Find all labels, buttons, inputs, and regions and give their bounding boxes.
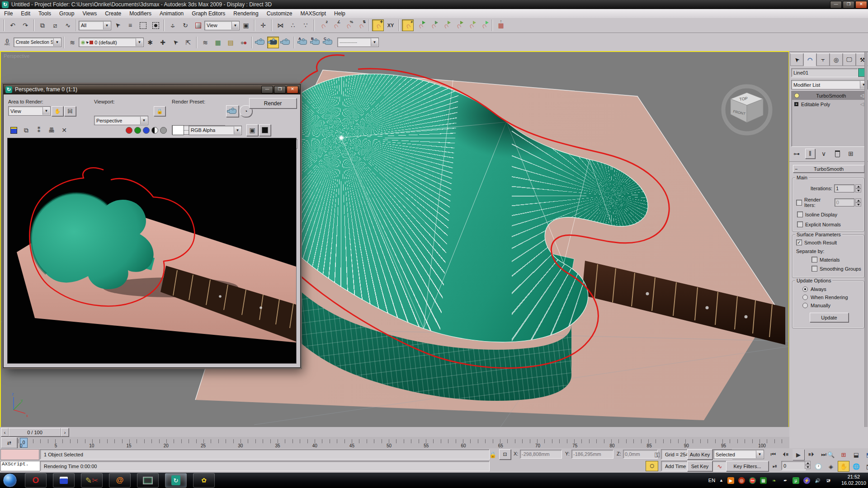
key-filters-button[interactable]: Key Filters... <box>726 461 769 471</box>
render-iters-checkbox[interactable] <box>796 200 802 206</box>
render-close-button[interactable]: ✕ <box>287 86 298 94</box>
key-step-toggle[interactable]: ⏯ <box>769 461 781 472</box>
chevron-down-icon[interactable]: ▼ <box>136 38 143 46</box>
menu-create[interactable]: Create <box>101 9 125 18</box>
time-configuration-button[interactable]: 🕐 <box>812 461 824 472</box>
tray-feather-icon[interactable]: ✒ <box>782 477 788 484</box>
lightbulb-icon[interactable] <box>794 93 799 98</box>
mirror-button[interactable]: ⋈ <box>274 19 286 31</box>
spinner-snap-toggle-button[interactable]: ∩⇅ <box>355 19 367 31</box>
next-key-button[interactable]: ⏸⏵ <box>805 449 817 460</box>
taskbar-3dsmax[interactable]: ↻ <box>165 473 187 488</box>
modifier-list-dropdown[interactable]: Modifier List▼ <box>791 80 868 89</box>
snaps-toggle-button[interactable]: ∩2 <box>317 19 329 31</box>
schematic-view-open-button[interactable]: ▦ <box>212 37 224 48</box>
chevron-down-icon[interactable]: ▼ <box>140 117 147 124</box>
select-and-manipulate-button[interactable]: ✛ <box>257 19 269 31</box>
zoom-extents-all-button[interactable]: ⬒ <box>863 449 868 460</box>
green-channel-toggle[interactable] <box>134 127 141 134</box>
tab-display[interactable]: 🖵 <box>843 53 856 66</box>
previous-frame-arrow[interactable]: ‹ <box>1 428 9 436</box>
clear-image-button[interactable]: ✕ <box>58 124 70 136</box>
time-tag-icon[interactable]: ⬡ <box>646 461 658 471</box>
layer-manager-shortcut-button[interactable]: ∵ <box>300 19 311 31</box>
track-bar[interactable]: ⇄ 0 051015202530354045505560657075808590… <box>0 437 789 449</box>
render-window-titlebar[interactable]: ↻ Perspective, frame 0 (1:1) — ❒ ✕ <box>4 84 300 94</box>
percent-snap-toggle-button[interactable]: ∩% <box>342 19 354 31</box>
tray-grid-app-icon[interactable]: ▦ <box>760 477 767 484</box>
maxscript-mini-listener[interactable]: AXScript. <box>0 461 40 471</box>
materials-checkbox[interactable] <box>811 257 817 263</box>
chevron-down-icon[interactable]: ▼ <box>42 107 50 115</box>
go-to-start-button[interactable]: ⏮ <box>767 449 779 460</box>
red-channel-toggle[interactable] <box>126 127 132 134</box>
render-preset-b-button[interactable]: B <box>310 37 321 48</box>
monochrome-toggle[interactable] <box>151 127 158 134</box>
viewport-label[interactable]: Perspective <box>4 53 29 59</box>
render-viewport-dropdown[interactable]: Perspective▼ <box>94 116 148 125</box>
snap-xy-axis-button[interactable]: XY <box>385 19 396 31</box>
play-button[interactable]: ▶ <box>793 449 804 460</box>
area-to-render-dropdown[interactable]: View▼ <box>8 106 51 116</box>
listener-macro-line[interactable] <box>0 449 39 460</box>
tab-motion[interactable]: ◎ <box>830 53 843 66</box>
tab-create[interactable]: ➤ <box>790 53 803 66</box>
tray-thunder-icon[interactable]: ⚡ <box>803 477 810 484</box>
chevron-down-icon[interactable]: ▼ <box>53 38 61 46</box>
menu-edit[interactable]: Edit <box>17 9 34 18</box>
iterations-field[interactable]: 1 <box>834 184 854 192</box>
explicit-normals-checkbox[interactable] <box>797 221 803 227</box>
rendered-frame-window-button[interactable] <box>267 37 279 48</box>
zoom-button[interactable]: 🔍 <box>825 449 837 460</box>
edit-region-button[interactable]: ✋ <box>52 106 63 116</box>
menu-graph-editors[interactable]: Graph Editors <box>188 9 229 18</box>
render-preset-a-button[interactable]: A <box>297 37 309 48</box>
snaps-use-axis-constraints-toggle[interactable]: ∩✛ <box>372 19 384 31</box>
menu-file[interactable]: File <box>0 9 17 18</box>
object-name-field[interactable]: Line01 <box>791 68 858 77</box>
blue-channel-toggle[interactable] <box>143 127 150 134</box>
snap-to-grid-points-toggle[interactable]: ∩# <box>402 19 414 31</box>
layer-b-button[interactable] <box>259 124 271 136</box>
set-key-button[interactable]: Set Key <box>687 461 712 471</box>
x-coordinate-field[interactable]: -298,808mm <box>520 450 562 459</box>
iterations-spinner[interactable] <box>855 184 861 192</box>
render-iters-field[interactable]: 0 <box>835 198 854 206</box>
taskbar-opera[interactable]: O <box>25 473 47 488</box>
smooth-result-checkbox[interactable]: ✓ <box>796 239 802 245</box>
select-and-link-button[interactable]: ⧉ <box>37 19 48 31</box>
show-end-result-button[interactable]: ‖ <box>805 149 815 159</box>
tray-expand-arrow[interactable]: ▲ <box>719 478 723 483</box>
expand-icon[interactable]: + <box>794 102 798 106</box>
snap-to-edge-override[interactable]: ∩ <box>465 19 477 31</box>
chevron-down-icon[interactable]: ▼ <box>231 22 239 29</box>
render-maximize-button[interactable]: ❒ <box>274 86 286 94</box>
taskbar-system-monitor[interactable]: ▁ <box>137 473 159 488</box>
window-crossing-toggle[interactable] <box>150 19 161 31</box>
pipeline-icon[interactable]: ◁ <box>860 93 864 99</box>
menu-help[interactable]: Help <box>330 9 349 18</box>
zoom-extents-button[interactable]: ⬓ <box>850 449 862 460</box>
selection-lock-toggle[interactable]: 🔒 <box>487 449 499 460</box>
previous-key-button[interactable]: ⏴⏸ <box>780 449 792 460</box>
render-preset-c-button[interactable]: C <box>322 37 334 48</box>
volume-icon[interactable]: 🔊 <box>814 477 821 484</box>
maximize-viewport-toggle[interactable]: ⬔ <box>863 461 868 472</box>
orbit-button[interactable]: 🌐 <box>850 461 862 472</box>
default-in-out-tangents-button[interactable]: ∿ <box>714 461 726 472</box>
tray-antivirus-icon[interactable]: ⛔ <box>749 477 756 484</box>
selection-filter-dropdown[interactable]: All▼ <box>79 21 111 30</box>
z-coordinate-field[interactable]: 0,0mm <box>623 450 658 459</box>
maximize-button[interactable]: ❒ <box>843 1 854 9</box>
network-icon[interactable]: 🖳 <box>825 477 832 484</box>
time-slider-thumb[interactable]: 0 / 100 <box>9 428 61 436</box>
chevron-down-icon[interactable]: ▼ <box>234 127 241 134</box>
pin-stack-button[interactable]: ⊶ <box>792 149 802 159</box>
menu-views[interactable]: Views <box>78 9 101 18</box>
rendered-frame-window[interactable]: ↻ Perspective, frame 0 (1:1) — ❒ ✕ Area … <box>3 84 301 368</box>
y-coordinate-field[interactable]: -186,295mm <box>571 450 613 459</box>
add-selection-to-layer-button[interactable]: ✚ <box>157 37 169 48</box>
open-mini-curve-editor-button[interactable]: ⇄ <box>1 437 17 448</box>
auto-region-button[interactable]: 回 <box>64 106 76 116</box>
render-iters-spinner[interactable] <box>855 198 861 206</box>
